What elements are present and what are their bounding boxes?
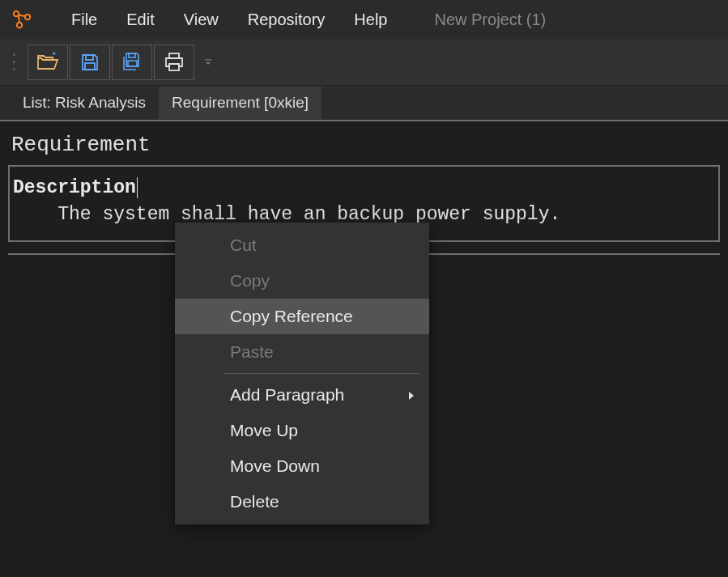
ctx-add-paragraph[interactable]: Add Paragraph <box>175 377 429 413</box>
ctx-move-down[interactable]: Move Down <box>175 448 429 484</box>
tab-requirement[interactable]: Requirement [0xkie] <box>159 87 321 119</box>
context-menu: Cut Copy Copy Reference Paste Add Paragr… <box>175 223 429 524</box>
open-button[interactable] <box>28 45 68 80</box>
svg-point-2 <box>17 23 22 28</box>
toolbar-grip-icon <box>13 51 19 74</box>
floppy-disk-multiple-icon <box>121 52 143 73</box>
ctx-delete[interactable]: Delete <box>175 484 429 520</box>
menubar: File Edit View Repository Help New Proje… <box>0 0 728 39</box>
svg-rect-5 <box>129 53 135 57</box>
ctx-cut: Cut <box>175 227 429 263</box>
svg-point-1 <box>25 15 30 19</box>
print-button[interactable] <box>154 45 194 80</box>
svg-rect-4 <box>85 63 95 70</box>
save-all-button[interactable] <box>112 45 152 80</box>
svg-rect-3 <box>86 55 93 60</box>
svg-point-0 <box>14 11 19 16</box>
folder-open-icon <box>36 53 59 72</box>
menu-help[interactable]: Help <box>339 11 402 29</box>
menu-view[interactable]: View <box>169 11 233 29</box>
menu-file[interactable]: File <box>57 11 112 29</box>
content-heading: Requirement <box>0 121 728 165</box>
toolbar-overflow-icon[interactable] <box>202 57 214 68</box>
ctx-copy-reference[interactable]: Copy Reference <box>175 299 429 334</box>
description-label: Description <box>13 177 138 198</box>
save-button[interactable] <box>70 45 110 80</box>
svg-rect-7 <box>169 53 179 58</box>
app-logo-icon <box>10 7 34 32</box>
menu-repository[interactable]: Repository <box>233 11 340 29</box>
tab-risk-analysis[interactable]: List: Risk Analysis <box>10 87 159 119</box>
printer-icon <box>164 53 185 72</box>
svg-rect-8 <box>169 64 179 70</box>
ctx-add-paragraph-label: Add Paragraph <box>230 385 344 405</box>
project-title: New Project (1) <box>434 11 546 29</box>
floppy-disk-icon <box>80 53 100 72</box>
ctx-copy: Copy <box>175 263 429 299</box>
ctx-paste: Paste <box>175 334 429 370</box>
toolbar <box>0 39 728 86</box>
ctx-separator <box>224 373 419 374</box>
ctx-move-up[interactable]: Move Up <box>175 413 429 448</box>
svg-rect-6 <box>128 61 137 66</box>
menu-edit[interactable]: Edit <box>112 11 168 29</box>
submenu-arrow-icon <box>408 385 415 405</box>
tab-bar: List: Risk Analysis Requirement [0xkie] <box>0 86 728 120</box>
